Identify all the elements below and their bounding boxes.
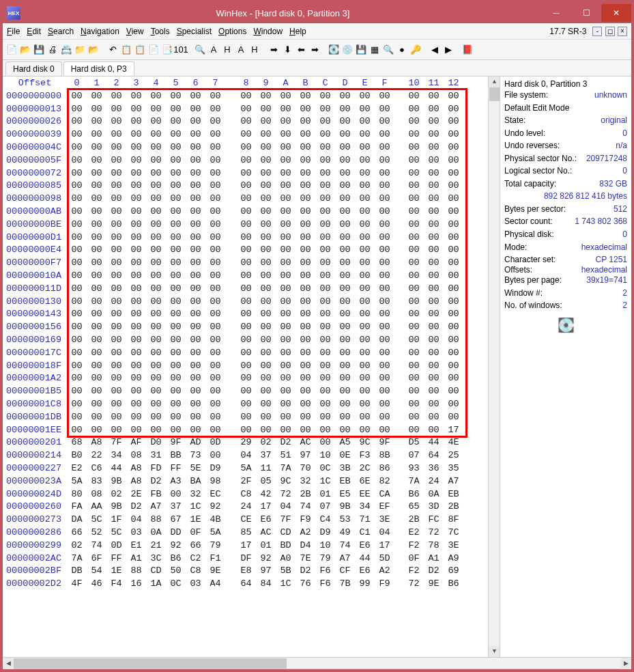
mdi-restore[interactable]: ◻ (605, 27, 615, 36)
byte-cell[interactable]: FC (424, 514, 444, 524)
byte-cell[interactable]: B6 (404, 489, 424, 499)
byte-cell[interactable]: 37 (166, 501, 186, 512)
byte-cell[interactable]: B6 (444, 578, 463, 589)
byte-cell[interactable]: F6 (315, 578, 335, 589)
byte-cell[interactable]: F9 (375, 578, 394, 589)
menu-navigation[interactable]: Navigation (81, 27, 119, 36)
byte-cell[interactable]: 99 (355, 578, 375, 589)
byte-cell[interactable]: 7B (335, 578, 355, 589)
toolbar-icon-32[interactable]: 🔑 (409, 44, 422, 56)
byte-cell[interactable]: 68 (67, 437, 87, 447)
byte-cell[interactable]: 74 (335, 540, 355, 550)
byte-cell[interactable]: 69 (444, 565, 463, 576)
toolbar-icon-1[interactable]: 📂 (19, 44, 31, 56)
byte-cell[interactable]: DD (166, 527, 186, 537)
byte-cell[interactable]: DB (67, 565, 87, 576)
byte-cell[interactable]: 2B (404, 514, 424, 524)
byte-cell[interactable]: 7F (106, 437, 126, 447)
byte-cell[interactable]: 1C (276, 578, 296, 589)
toolbar-icon-15[interactable]: 🔍 (194, 44, 206, 56)
menu-file[interactable]: File (7, 27, 20, 36)
menu-edit[interactable]: Edit (27, 27, 41, 36)
byte-cell[interactable]: F6 (315, 565, 335, 576)
byte-cell[interactable]: 7A (67, 553, 87, 563)
byte-cell[interactable]: 71 (355, 514, 375, 524)
byte-cell[interactable]: 01 (315, 489, 335, 499)
byte-cell[interactable]: 7A (276, 463, 296, 473)
byte-cell[interactable]: 10 (315, 450, 335, 460)
byte-cell[interactable]: D9 (315, 527, 335, 537)
toolbar-icon-28[interactable]: 💾 (355, 44, 367, 56)
byte-cell[interactable]: 11 (256, 463, 276, 473)
byte-cell[interactable]: A1 (126, 553, 146, 563)
scroll-up-icon[interactable]: ▲ (489, 76, 500, 87)
byte-cell[interactable]: E6 (355, 565, 375, 576)
byte-cell[interactable]: E6 (256, 514, 276, 524)
byte-cell[interactable]: 08 (126, 450, 146, 460)
byte-cell[interactable]: AC (296, 437, 315, 447)
byte-cell[interactable]: 07 (404, 450, 424, 460)
byte-cell[interactable]: 97 (296, 450, 315, 460)
byte-cell[interactable]: A7 (335, 553, 355, 563)
byte-cell[interactable]: AA (87, 501, 106, 512)
toolbar-icon-9[interactable]: 📋 (120, 44, 132, 56)
byte-cell[interactable]: 02 (67, 540, 87, 550)
tab-hard-disk-0-p3[interactable]: Hard disk 0, P3 (63, 61, 134, 76)
byte-cell[interactable]: 9B (106, 501, 126, 512)
byte-cell[interactable]: 64 (424, 450, 444, 460)
byte-cell[interactable]: 04 (375, 527, 394, 537)
byte-cell[interactable]: 5C (106, 527, 126, 537)
byte-cell[interactable]: 29 (236, 437, 256, 447)
byte-cell[interactable]: 9C (355, 437, 375, 447)
menu-specialist[interactable]: Specialist (177, 27, 212, 36)
byte-cell[interactable]: 72 (404, 578, 424, 589)
byte-cell[interactable]: 1E (106, 565, 126, 576)
byte-cell[interactable]: 1A (146, 578, 166, 589)
toolbar-icon-2[interactable]: 💾 (33, 44, 45, 56)
byte-cell[interactable]: 84 (256, 578, 276, 589)
byte-cell[interactable]: 0F (186, 527, 205, 537)
byte-cell[interactable]: 2F (236, 476, 256, 486)
byte-cell[interactable]: 4B (205, 514, 225, 524)
byte-cell[interactable]: C8 (186, 565, 205, 576)
byte-cell[interactable]: 51 (276, 450, 296, 460)
byte-cell[interactable]: 35 (444, 463, 463, 473)
byte-cell[interactable]: 37 (256, 450, 276, 460)
col-header-C[interactable]: C (315, 78, 335, 88)
byte-cell[interactable]: 79 (205, 540, 225, 550)
toolbar-icon-21[interactable]: ➡ (268, 44, 280, 56)
hex-row[interactable]: 000000020168A87FAFD09FAD0D2902D2AC00A59C… (3, 436, 500, 449)
byte-cell[interactable]: 88 (126, 565, 146, 576)
byte-cell[interactable]: 22 (87, 450, 106, 460)
col-header-2[interactable]: 2 (106, 78, 126, 88)
close-button[interactable]: ✕ (601, 4, 631, 22)
byte-cell[interactable]: 5A (236, 463, 256, 473)
byte-cell[interactable]: D5 (404, 437, 424, 447)
toolbar-icon-17[interactable]: H (221, 44, 233, 56)
menu-window[interactable]: Window (253, 27, 283, 36)
menu-search[interactable]: Search (48, 27, 74, 36)
minimize-button[interactable]: ─ (541, 4, 571, 22)
toolbar-icon-12[interactable]: 📑 (161, 44, 173, 56)
byte-cell[interactable]: EB (444, 489, 463, 499)
horizontal-scrollbar[interactable]: ◀ ▶ (3, 657, 631, 669)
byte-cell[interactable]: DA (67, 514, 87, 524)
byte-cell[interactable]: F2 (404, 540, 424, 550)
toolbar-icon-31[interactable]: ● (396, 44, 408, 56)
byte-cell[interactable]: B6 (166, 553, 186, 563)
byte-cell[interactable]: D2 (276, 437, 296, 447)
byte-cell[interactable]: 0A (424, 489, 444, 499)
toolbar-icon-6[interactable]: 📂 (87, 44, 100, 56)
byte-cell[interactable]: 03 (126, 527, 146, 537)
byte-cell[interactable]: A2 (375, 565, 394, 576)
byte-cell[interactable]: 98 (205, 476, 225, 486)
hex-row[interactable]: 0000000260FAAA9BD2A7371C9224170474079B34… (3, 501, 500, 514)
byte-cell[interactable]: 07 (315, 501, 335, 512)
byte-cell[interactable]: 66 (67, 527, 87, 537)
byte-cell[interactable]: CF (335, 565, 355, 576)
byte-cell[interactable]: 4E (444, 437, 463, 447)
toolbar-icon-16[interactable]: A (207, 44, 220, 56)
byte-cell[interactable]: A8 (126, 463, 146, 473)
byte-cell[interactable]: 2B (444, 501, 463, 512)
toolbar-icon-24[interactable]: ➡ (308, 44, 321, 56)
